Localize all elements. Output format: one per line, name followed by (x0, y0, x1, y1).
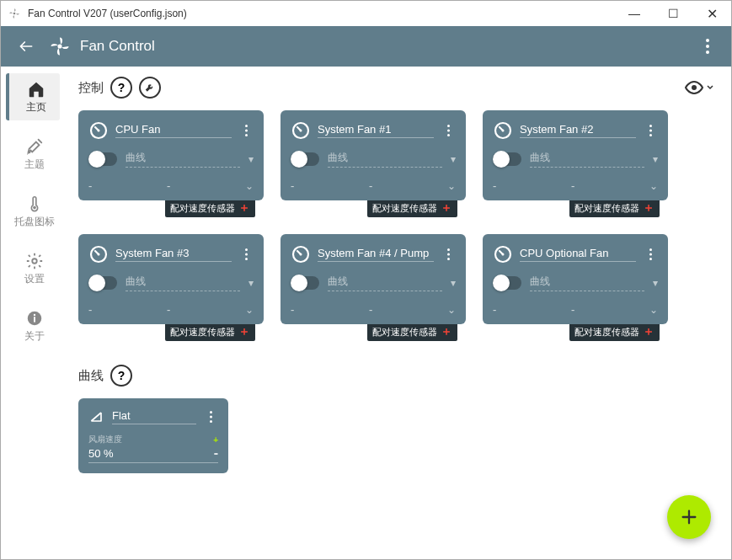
help-button-curve[interactable]: ? (110, 365, 132, 387)
dots-vertical-icon (210, 411, 212, 423)
sensor-badge[interactable]: 配对速度传感器 ＋ (367, 199, 457, 217)
sidebar-item-settings[interactable]: 设置 (8, 245, 61, 292)
curve-name[interactable]: Flat (112, 409, 196, 424)
sidebar-item-home[interactable]: 主页 (6, 73, 60, 120)
svg-rect-9 (34, 317, 35, 322)
svg-point-41 (649, 258, 652, 260)
card-menu-button[interactable] (643, 125, 658, 136)
curve-select[interactable]: 曲线 (126, 275, 240, 291)
fan-name[interactable]: System Fan #1 (318, 123, 434, 138)
svg-point-1 (57, 44, 61, 48)
svg-point-34 (447, 248, 450, 251)
fan-rpm: - (167, 303, 170, 316)
curve-select[interactable]: 曲线 (530, 275, 644, 291)
svg-point-26 (649, 134, 652, 136)
expand-chevron-icon[interactable]: ⌄ (447, 180, 456, 192)
fan-toggle[interactable] (493, 276, 521, 290)
svg-point-6 (33, 205, 36, 209)
header-menu-button[interactable] (694, 33, 721, 60)
sensor-badge[interactable]: 配对速度传感器 ＋ (165, 323, 255, 341)
svg-point-43 (210, 416, 212, 419)
svg-point-2 (706, 39, 709, 42)
sensor-badge[interactable]: 配对速度传感器 ＋ (569, 199, 660, 217)
fan-percent: - (88, 179, 92, 192)
control-section-header: 控制 ? (78, 77, 714, 99)
svg-point-31 (245, 258, 248, 260)
fan-card: CPU Optional Fan 曲线 ▾ - - ⌄ (483, 234, 668, 324)
fan-toggle[interactable] (88, 152, 117, 166)
fan-name[interactable]: System Fan #2 (520, 123, 636, 138)
card-menu-button[interactable] (203, 411, 218, 423)
curve-title: 曲线 (78, 368, 104, 384)
curve-select[interactable]: 曲线 (328, 151, 442, 168)
card-menu-button[interactable] (238, 125, 254, 136)
curve-select[interactable]: 曲线 (126, 151, 240, 168)
card-menu-button[interactable] (441, 125, 456, 136)
decrease-button[interactable]: - (214, 445, 218, 461)
add-sensor-icon[interactable]: ＋ (238, 324, 250, 339)
add-sensor-icon[interactable]: ＋ (441, 324, 452, 339)
expand-chevron-icon[interactable]: ⌄ (447, 304, 456, 316)
fan-rpm: - (571, 303, 574, 316)
fan-percent: - (493, 303, 496, 316)
card-menu-button[interactable] (643, 248, 658, 260)
fan-toggle[interactable] (291, 152, 319, 166)
increase-button[interactable]: + (213, 435, 218, 445)
sidebar: 主页 主题 托盘图标 设置 关于 (1, 67, 68, 559)
wrench-button[interactable] (139, 77, 161, 99)
sensor-label: 配对速度传感器 (574, 202, 639, 215)
svg-point-19 (447, 125, 450, 127)
add-sensor-icon[interactable]: ＋ (441, 200, 452, 216)
curve-select[interactable]: 曲线 (328, 275, 442, 291)
expand-chevron-icon[interactable]: ⌄ (245, 304, 254, 316)
sidebar-item-about[interactable]: 关于 (8, 302, 61, 349)
svg-point-10 (34, 313, 35, 315)
maximize-button[interactable]: ☐ (654, 1, 692, 26)
fan-icon (48, 35, 72, 58)
curve-select[interactable]: 曲线 (530, 151, 644, 168)
chevron-down-icon (706, 83, 714, 92)
visibility-button[interactable] (684, 77, 714, 98)
sensor-badge[interactable]: 配对速度传感器 ＋ (367, 323, 457, 341)
fan-name[interactable]: CPU Optional Fan (520, 247, 636, 262)
sidebar-item-theme[interactable]: 主题 (8, 131, 61, 178)
add-sensor-icon[interactable]: ＋ (643, 200, 655, 216)
sensor-label: 配对速度传感器 (170, 326, 235, 339)
close-button[interactable]: ✕ (692, 1, 731, 26)
expand-chevron-icon[interactable]: ⌄ (245, 180, 254, 192)
back-button[interactable] (11, 31, 41, 61)
expand-chevron-icon[interactable]: ⌄ (649, 180, 658, 192)
fan-name[interactable]: System Fan #3 (115, 247, 232, 262)
gauge-icon (493, 120, 513, 141)
gauge-icon (88, 120, 109, 141)
svg-point-44 (210, 420, 212, 423)
curve-card: Flat 风扇速度 + 50 % - (78, 398, 228, 473)
fan-rpm: - (167, 179, 170, 192)
sensor-badge[interactable]: 配对速度传感器 ＋ (569, 323, 660, 341)
gauge-icon (493, 244, 513, 264)
add-fab[interactable] (667, 495, 711, 539)
svg-point-14 (245, 125, 248, 127)
fan-name[interactable]: CPU Fan (115, 123, 232, 138)
chevron-down-icon: ▾ (451, 153, 456, 165)
sidebar-item-tray[interactable]: 托盘图标 (8, 188, 61, 235)
fan-percent: - (291, 179, 294, 192)
expand-chevron-icon[interactable]: ⌄ (649, 304, 658, 316)
app-title: Fan Control (80, 38, 694, 55)
fan-toggle[interactable] (291, 276, 319, 290)
svg-point-42 (210, 411, 212, 413)
minimize-button[interactable]: — (615, 1, 654, 26)
help-button[interactable]: ? (110, 77, 132, 99)
fan-toggle[interactable] (493, 152, 521, 166)
card-menu-button[interactable] (441, 248, 456, 260)
fan-name[interactable]: System Fan #4 / Pump (318, 247, 434, 262)
fan-toggle[interactable] (88, 276, 117, 290)
curve-value: 50 % (88, 447, 114, 460)
fan-percent: - (88, 303, 92, 316)
sensor-badge[interactable]: 配对速度传感器 ＋ (165, 199, 255, 217)
arrow-left-icon (18, 38, 35, 55)
add-sensor-icon[interactable]: ＋ (643, 324, 655, 339)
fan-cards-grid: CPU Fan 曲线 ▾ - - ⌄ 配对速度传感器 ＋ System Fan … (78, 110, 714, 341)
add-sensor-icon[interactable]: ＋ (238, 200, 250, 216)
card-menu-button[interactable] (238, 248, 254, 260)
